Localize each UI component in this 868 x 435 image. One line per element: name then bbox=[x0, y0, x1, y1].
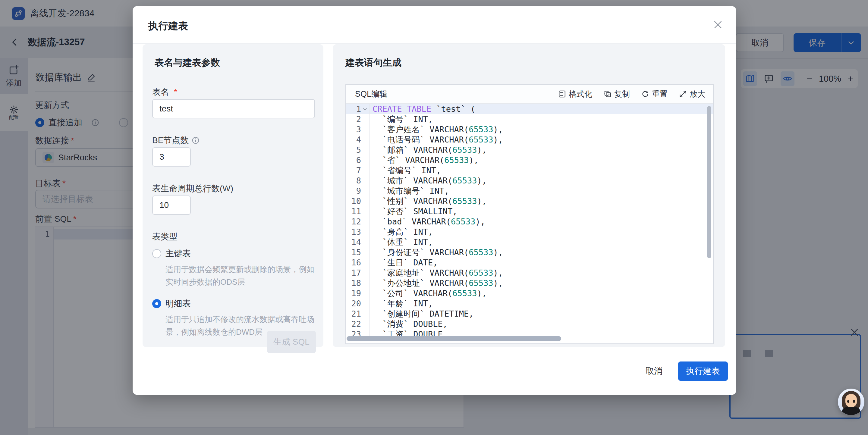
modal-title: 执行建表 bbox=[148, 19, 188, 33]
fold-chevron-icon bbox=[361, 206, 369, 216]
sql-tool-label: 重置 bbox=[652, 89, 668, 99]
modal-header-divider bbox=[133, 43, 736, 44]
ttl-label: 表生命周期总行数(W) bbox=[152, 183, 233, 194]
code-line[interactable]: 11 `好否` SMALLINT, bbox=[346, 206, 713, 216]
fold-chevron-icon bbox=[361, 145, 369, 155]
ttl-input[interactable] bbox=[152, 196, 191, 215]
sql-tool-label: 放大 bbox=[689, 89, 705, 99]
line-number: 22 bbox=[346, 319, 361, 329]
fold-chevron-icon bbox=[361, 247, 369, 258]
fold-chevron-icon bbox=[361, 104, 369, 114]
be-node-label-text: BE节点数 bbox=[152, 135, 189, 146]
line-number: 13 bbox=[346, 227, 361, 237]
code-text: `电话号码` VARCHAR(65533), bbox=[370, 135, 503, 145]
sql-tool-expand[interactable]: 放大 bbox=[679, 89, 705, 99]
code-line[interactable]: 7 `省编号` INT, bbox=[346, 165, 713, 176]
code-text: `办公地址` VARCHAR(65533), bbox=[370, 278, 503, 288]
fold-chevron-icon bbox=[361, 135, 369, 145]
fold-chevron-icon bbox=[361, 288, 369, 299]
vertical-scrollbar[interactable] bbox=[707, 106, 711, 258]
sql-tool-reset[interactable]: 重置 bbox=[641, 89, 668, 99]
modal-confirm-button[interactable]: 执行建表 bbox=[678, 362, 728, 381]
code-text: `公司` VARCHAR(65533), bbox=[370, 288, 487, 299]
code-text: `邮箱` VARCHAR(65533), bbox=[370, 145, 487, 155]
code-line[interactable]: 19 `公司` VARCHAR(65533), bbox=[346, 288, 713, 299]
code-line[interactable]: 17 `家庭地址` VARCHAR(65533), bbox=[346, 268, 713, 278]
code-line[interactable]: 1CREATE TABLE `test` ( bbox=[346, 104, 713, 114]
line-number: 12 bbox=[346, 216, 361, 227]
code-line[interactable]: 12 `bad` VARCHAR(65533), bbox=[346, 216, 713, 227]
code-line[interactable]: 10 `性别` VARCHAR(65533), bbox=[346, 196, 713, 206]
fold-chevron-icon bbox=[361, 155, 369, 165]
code-text: `消费` DOUBLE, bbox=[370, 319, 447, 329]
code-text: `好否` SMALLINT, bbox=[370, 206, 458, 216]
radio-primary[interactable] bbox=[152, 249, 161, 258]
fold-chevron-icon bbox=[361, 278, 369, 288]
sql-tool-label: 复制 bbox=[614, 89, 630, 99]
avatar-eye bbox=[847, 400, 849, 403]
code-text: `编号` INT, bbox=[370, 114, 433, 125]
sql-tool-format[interactable]: 格式化 bbox=[558, 89, 592, 99]
fold-chevron-icon bbox=[361, 268, 369, 278]
copy-icon bbox=[604, 90, 612, 98]
modal-cancel-button[interactable]: 取消 bbox=[641, 363, 668, 379]
code-text: `省` VARCHAR(65533), bbox=[370, 155, 478, 165]
sql-tool-copy[interactable]: 复制 bbox=[604, 89, 630, 99]
line-number: 11 bbox=[346, 206, 361, 216]
generate-sql-button[interactable]: 生成 SQL bbox=[267, 331, 316, 353]
code-line[interactable]: 21 `创建时间` DATETIME, bbox=[346, 309, 713, 319]
code-text: `年龄` INT, bbox=[370, 299, 433, 309]
code-text: `创建时间` DATETIME, bbox=[370, 309, 474, 319]
radio-primary-desc: 适用于数据会频繁更新或删除的场景，例如实时同步数据的ODS层 bbox=[165, 263, 316, 288]
fold-chevron-icon bbox=[361, 186, 369, 196]
radio-primary-label: 主键表 bbox=[165, 248, 191, 259]
fold-chevron-icon bbox=[361, 165, 369, 176]
code-line[interactable]: 13 `身高` INT, bbox=[346, 227, 713, 237]
be-node-label: BE节点数 bbox=[152, 135, 199, 146]
info-icon[interactable] bbox=[192, 136, 199, 144]
radio-detail-label: 明细表 bbox=[165, 298, 191, 309]
code-line[interactable]: 18 `办公地址` VARCHAR(65533), bbox=[346, 278, 713, 288]
close-icon[interactable] bbox=[712, 19, 724, 31]
code-text: `城市编号` INT, bbox=[370, 186, 449, 196]
radio-detail[interactable] bbox=[152, 299, 161, 308]
code-text: `性别` VARCHAR(65533), bbox=[370, 196, 487, 206]
line-number: 8 bbox=[346, 176, 361, 186]
line-number: 3 bbox=[346, 125, 361, 135]
table-name-input[interactable] bbox=[152, 99, 315, 119]
code-line[interactable]: 22 `消费` DOUBLE, bbox=[346, 319, 713, 329]
fold-chevron-icon bbox=[361, 258, 369, 268]
code-text: `bad` VARCHAR(65533), bbox=[370, 216, 485, 227]
fold-chevron-icon bbox=[361, 309, 369, 319]
be-node-input[interactable] bbox=[152, 147, 191, 167]
code-line[interactable]: 6 `省` VARCHAR(65533), bbox=[346, 155, 713, 165]
code-line[interactable]: 3 `客户姓名` VARCHAR(65533), bbox=[346, 125, 713, 135]
code-text: `身高` INT, bbox=[370, 227, 433, 237]
fold-chevron-icon bbox=[361, 227, 369, 237]
code-line[interactable]: 2 `编号` INT, bbox=[346, 114, 713, 125]
sql-tool-label: 格式化 bbox=[569, 89, 592, 99]
params-heading: 表名与建表参数 bbox=[155, 56, 220, 69]
code-line[interactable]: 20 `年龄` INT, bbox=[346, 299, 713, 309]
code-line[interactable]: 8 `城市` VARCHAR(65533), bbox=[346, 176, 713, 186]
code-text: `身份证号` VARCHAR(65533), bbox=[370, 247, 503, 258]
sql-code-area[interactable]: 1CREATE TABLE `test` (2 `编号` INT,3 `客户姓名… bbox=[346, 104, 713, 343]
fold-chevron-icon bbox=[361, 176, 369, 186]
code-line[interactable]: 14 `体重` INT, bbox=[346, 237, 713, 247]
sql-editor-header: SQL编辑 格式化复制重置放大 bbox=[346, 85, 713, 104]
horizontal-scrollbar[interactable] bbox=[347, 336, 561, 341]
reset-icon bbox=[641, 90, 649, 98]
code-text: `家庭地址` VARCHAR(65533), bbox=[370, 268, 503, 278]
line-number: 9 bbox=[346, 186, 361, 196]
code-line[interactable]: 4 `电话号码` VARCHAR(65533), bbox=[346, 135, 713, 145]
line-number: 6 bbox=[346, 155, 361, 165]
code-line[interactable]: 5 `邮箱` VARCHAR(65533), bbox=[346, 145, 713, 155]
assistant-avatar[interactable] bbox=[838, 389, 864, 415]
code-text: `生日` DATE, bbox=[370, 258, 438, 268]
line-number: 14 bbox=[346, 237, 361, 247]
code-line[interactable]: 16 `生日` DATE, bbox=[346, 258, 713, 268]
radio-option-primary[interactable]: 主键表 适用于数据会频繁更新或删除的场景，例如实时同步数据的ODS层 bbox=[152, 248, 316, 288]
code-line[interactable]: 9 `城市编号` INT, bbox=[346, 186, 713, 196]
code-line[interactable]: 15 `身份证号` VARCHAR(65533), bbox=[346, 247, 713, 258]
fold-chevron-icon bbox=[361, 319, 369, 329]
